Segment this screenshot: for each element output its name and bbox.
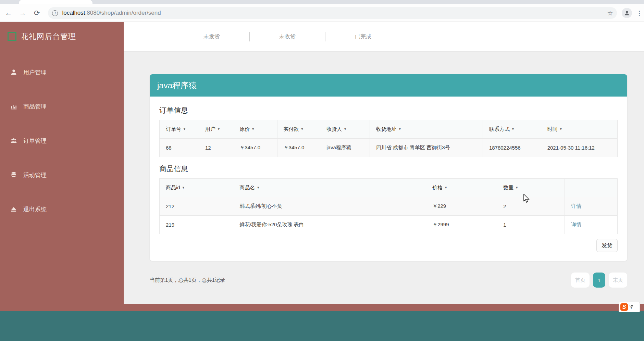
cell-price: ￥2999 [426,216,497,234]
column-header-time[interactable]: 时间▼ [541,120,617,139]
column-label: 数量 [503,185,513,190]
sidebar-item-activities[interactable]: 活动管理 [0,169,124,181]
order-info-title: 订单信息 [159,105,618,115]
sort-caret-icon: ▼ [257,186,260,189]
ime-dropdown-icon: ▼ [630,307,633,309]
person-icon [624,10,630,16]
browser-active-tab[interactable] [19,0,92,4]
order-status-tabs: 未发货 未收货 已完成 [124,22,644,52]
tab-not-received[interactable]: 未收货 [250,33,325,40]
ship-button-row: 发货 [159,239,618,252]
sidebar-item-users[interactable]: 用户管理 [0,66,124,78]
cell-product-id: 219 [160,216,233,234]
user-icon [10,69,17,76]
current-page-button[interactable]: 1 [593,273,605,288]
card-header: java程序猿 [150,74,627,97]
sidebar-item-products[interactable]: 商品管理 [0,101,124,112]
pagination: 当前第1页，总共1页，总共1记录 首页 1 末页 [150,273,627,288]
forward-icon: → [17,7,28,19]
cell-time: 2021-05-30 11:16:12 [541,139,617,157]
cell-address: 四川省 成都市 青羊区 西御街3号 [370,139,483,157]
url-path: :8080/shop/admin/order/send [85,10,161,16]
sort-caret-icon: ▼ [182,186,185,189]
footer-brown-band [0,304,644,311]
pagination-info: 当前第1页，总共1页，总共1记录 [150,277,225,283]
browser-menu-icon[interactable]: ⋮ [636,9,643,17]
order-table: 订单号▼ 用户▼ 原价▼ 实付款▼ 收货人▼ 收货地址▼ 联系方式▼ 时间▼ 6… [159,120,618,157]
column-header-quantity[interactable]: 数量▼ [497,179,565,197]
sort-caret-icon: ▼ [301,127,304,131]
column-header-user[interactable]: 用户▼ [199,120,233,139]
eject-icon [10,206,17,213]
order-detail-card: java程序猿 订单信息 订单号▼ 用户▼ 原价▼ 实付款▼ 收货人▼ 收货地址… [150,74,627,261]
cell-quantity: 2 [497,197,565,216]
sort-caret-icon: ▼ [511,127,515,131]
first-page-button[interactable]: 首页 [571,273,590,288]
sidebar: 花礼网后台管理 用户管理 商品管理 订单管理 活动管理 退出系统 [0,22,124,304]
url-host: localhost [62,10,85,16]
cell-price: ￥229 [426,197,497,216]
cell-quantity: 1 [497,216,565,234]
footer-teal-band [0,311,644,341]
order-table-row: 68 12 ￥3457.0 ￥3457.0 java程序猿 四川省 成都市 青羊… [160,139,618,157]
database-icon [10,172,17,178]
ime-menu[interactable]: ▼ [630,305,633,309]
cell-product-name: 韩式系列/初心不负 [233,197,426,216]
reload-icon[interactable]: ⟳ [31,7,42,19]
browser-tab-strip [0,0,644,4]
sidebar-item-logout[interactable]: 退出系统 [0,203,124,215]
tab-completed[interactable]: 已完成 [325,33,401,40]
tab-separator [401,32,401,41]
column-label: 实付款 [284,126,299,132]
browser-chrome: ← → ⟳ i localhost:8080/shop/admin/order/… [0,0,644,22]
column-header-product-name[interactable]: 商品名▼ [233,179,426,197]
ime-list-icon [630,305,633,306]
ime-toolbar[interactable]: S ▼ [619,302,640,312]
mouse-cursor [523,194,531,204]
last-page-button[interactable]: 末页 [609,273,627,288]
column-label: 价格 [432,185,443,190]
ship-button[interactable]: 发货 [596,239,618,252]
sort-caret-icon: ▼ [444,186,447,189]
column-label: 商品名 [239,185,255,190]
logo-icon [8,32,16,41]
column-header-order-no[interactable]: 订单号▼ [160,120,199,139]
column-label: 联系方式 [489,126,510,132]
cell-user: 12 [199,139,233,157]
cell-contact: 18780224556 [483,139,541,157]
column-header-consignee[interactable]: 收货人▼ [320,120,370,139]
cell-product-name: 鲜花/我爱你-520朵玫瑰 表白 [233,216,426,234]
column-header-address[interactable]: 收货地址▼ [370,120,483,139]
url-bar[interactable]: i localhost:8080/shop/admin/order/send ☆ [48,7,617,19]
tab-not-shipped[interactable]: 未发货 [174,33,249,40]
bookmark-star-icon[interactable]: ☆ [607,9,613,17]
sidebar-item-label: 商品管理 [23,103,47,111]
column-header-paid[interactable]: 实付款▼ [277,120,320,139]
back-icon[interactable]: ← [3,7,14,19]
column-label: 收货人 [326,126,342,132]
url-text[interactable]: localhost:8080/shop/admin/order/send [62,10,607,16]
sort-caret-icon: ▼ [217,127,220,131]
sort-caret-icon: ▼ [251,127,255,131]
cell-order-no: 68 [160,139,199,157]
column-label: 商品id [166,185,180,190]
app-title: 花礼网后台管理 [21,31,76,42]
column-header-price[interactable]: 价格▼ [426,179,497,197]
detail-link[interactable]: 详情 [571,203,581,209]
detail-link[interactable]: 详情 [571,222,581,227]
cell-product-id: 212 [160,197,233,216]
sidebar-item-orders[interactable]: 订单管理 [0,135,124,147]
profile-avatar[interactable] [622,8,632,18]
column-label: 收货地址 [376,126,397,132]
card-body: 订单信息 订单号▼ 用户▼ 原价▼ 实付款▼ 收货人▼ 收货地址▼ 联系方式▼ [150,97,627,261]
column-header-original-price[interactable]: 原价▼ [233,120,277,139]
ime-logo-icon[interactable]: S [620,303,628,311]
column-header-contact[interactable]: 联系方式▼ [483,120,541,139]
cell-action: 详情 [565,197,618,216]
cell-original-price: ￥3457.0 [233,139,277,157]
main-content: java程序猿 订单信息 订单号▼ 用户▼ 原价▼ 实付款▼ 收货人▼ 收货地址… [124,52,644,304]
cell-consignee: java程序猿 [320,139,370,157]
product-table-row: 219 鲜花/我爱你-520朵玫瑰 表白 ￥2999 1 详情 [160,216,618,234]
page-info-icon[interactable]: i [52,10,58,16]
column-header-product-id[interactable]: 商品id▼ [160,179,233,197]
